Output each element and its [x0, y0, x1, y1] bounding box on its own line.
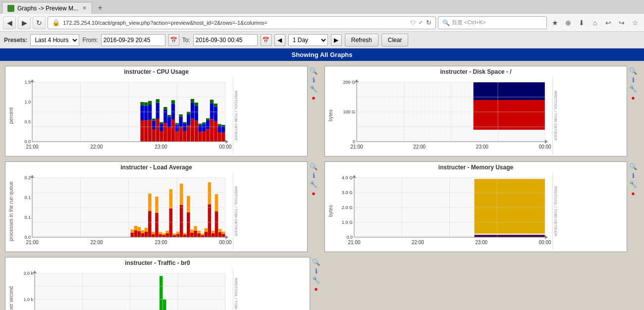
- traffic-graph-section: instructer - Traffic - br0 bits per seco…: [0, 257, 644, 310]
- lock-icon: 🔒: [52, 19, 60, 26]
- cpu-graph-box: instructer - CPU Usage percent RRDTOOL /…: [5, 66, 308, 156]
- disk-side-label: RRDTOOL / TOBI OETIKER: [552, 77, 558, 154]
- showing-bar: Showing All Graphs: [0, 49, 644, 61]
- traffic-wrench-icon[interactable]: 🔧: [312, 276, 320, 284]
- nav-actions: ★ ⊕ ⬇ ⌂ ↩ ↪ ☆: [549, 17, 641, 29]
- load-side-label: RRDTOOL / TOBI OETIKER: [233, 173, 239, 250]
- traffic-info-icon[interactable]: ℹ: [312, 267, 320, 275]
- memory-graph-box: instructer - Memory Usage bytes RRDTOOL …: [324, 161, 627, 252]
- load-graph-wrapper: processes in the run queue RRDTOOL / TOB…: [7, 173, 305, 250]
- next-timespan-button[interactable]: ▶: [331, 34, 342, 46]
- back2-icon[interactable]: ↩: [602, 17, 614, 29]
- traffic-graph-icons: 🔍 ℹ 🔧 ●: [310, 257, 322, 310]
- load-graph-container: instructer - Load Average processes in t…: [5, 161, 320, 252]
- traffic-graph-container: instructer - Traffic - br0 bits per seco…: [5, 257, 322, 310]
- from-date-input[interactable]: [101, 34, 165, 46]
- tab-favicon: [7, 5, 14, 12]
- cpu-side-label: RRDTOOL / TOBI OETIKER: [233, 77, 239, 154]
- load-ylabel: processes in the run queue: [7, 173, 15, 250]
- url-text: 172.25.254.10/cacti/graph_view.php?actio…: [63, 20, 407, 26]
- tab-close-icon[interactable]: ✕: [82, 5, 87, 11]
- presets-label: Presets:: [4, 37, 27, 44]
- load-info-icon[interactable]: ℹ: [310, 171, 318, 179]
- forward2-icon[interactable]: ↪: [616, 17, 628, 29]
- clear-button[interactable]: Clear: [381, 34, 409, 47]
- cpu-graph-wrapper: percent RRDTOOL / TOBI OETIKER: [7, 77, 305, 154]
- traffic-graph-box: instructer - Traffic - br0 bits per seco…: [5, 257, 310, 310]
- traffic-graph-wrapper: bits per second RRDTOOL / TOBI OETIKER: [7, 268, 308, 310]
- back-button[interactable]: ◀: [3, 16, 16, 29]
- load-graph-title: instructer - Load Average: [7, 164, 305, 171]
- memory-graph-title: instructer - Memory Usage: [327, 164, 625, 171]
- verify-icon: ✓: [419, 19, 423, 26]
- cpu-zoom-icon[interactable]: 🔍: [310, 67, 318, 75]
- cpu-close-icon[interactable]: ●: [310, 94, 318, 102]
- cpu-wrench-icon[interactable]: 🔧: [310, 85, 318, 93]
- cpu-ylabel: percent: [7, 77, 15, 154]
- tab-bar: Graphs -> Preview M... ✕ +: [0, 0, 644, 14]
- disk-graph-wrapper: bytes RRDTOOL / TOBI OETIKER: [327, 77, 625, 154]
- memory-canvas: [334, 173, 552, 250]
- disk-graph-title: instructer - Disk Space - /: [327, 68, 625, 75]
- to-label: To:: [182, 37, 190, 44]
- memory-wrench-icon[interactable]: 🔧: [629, 180, 637, 188]
- nav-bar: ◀ ▶ ↻ 🔒 172.25.254.10/cacti/graph_view.p…: [0, 14, 644, 32]
- disk-graph-box: instructer - Disk Space - / bytes RRDTOO…: [324, 66, 627, 156]
- graphs-grid: instructer - CPU Usage percent RRDTOOL /…: [0, 61, 644, 257]
- disk-ylabel: bytes: [327, 77, 334, 154]
- memory-close-icon[interactable]: ●: [629, 189, 637, 197]
- traffic-close-icon[interactable]: ●: [312, 285, 320, 293]
- memory-zoom-icon[interactable]: 🔍: [629, 162, 637, 170]
- search-placeholder: 百度 <Ctrl+K>: [452, 19, 486, 26]
- load-graph-icons: 🔍 ℹ 🔧 ●: [308, 161, 320, 252]
- preset-dropdown[interactable]: Last 4 Hours Last Hour Last Day Last Wee…: [30, 34, 79, 46]
- new-tab-button[interactable]: +: [94, 2, 106, 14]
- disk-close-icon[interactable]: ●: [629, 94, 637, 102]
- download-icon[interactable]: ⬇: [576, 17, 588, 29]
- reload-button[interactable]: ↻: [33, 16, 46, 29]
- url-bar[interactable]: 🔒 172.25.254.10/cacti/graph_view.php?act…: [48, 16, 436, 29]
- from-calendar-button[interactable]: 📅: [168, 34, 179, 46]
- disk-canvas: [334, 77, 552, 154]
- memory-graph-container: instructer - Memory Usage bytes RRDTOOL …: [324, 161, 639, 252]
- presets-bar: Presets: Last 4 Hours Last Hour Last Day…: [0, 32, 644, 49]
- main-content: Showing All Graphs instructer - CPU Usag…: [0, 49, 644, 310]
- prev-timespan-button[interactable]: ◀: [274, 34, 285, 46]
- load-canvas: [15, 173, 233, 250]
- cpu-info-icon[interactable]: ℹ: [310, 76, 318, 84]
- timespan-dropdown[interactable]: 1 Day 1 Hour 1 Week: [288, 34, 328, 46]
- bookmark-star-icon[interactable]: ★: [549, 17, 561, 29]
- disk-graph-icons: 🔍 ℹ 🔧 ●: [627, 66, 639, 156]
- memory-info-icon[interactable]: ℹ: [629, 171, 637, 179]
- cpu-graph-title: instructer - CPU Usage: [7, 68, 305, 75]
- search-bar[interactable]: 🔍 百度 <Ctrl+K>: [438, 16, 547, 29]
- active-tab[interactable]: Graphs -> Preview M... ✕: [2, 2, 92, 14]
- load-wrench-icon[interactable]: 🔧: [310, 180, 318, 188]
- disk-wrench-icon[interactable]: 🔧: [629, 85, 637, 93]
- to-date-input[interactable]: [193, 34, 258, 46]
- forward-button[interactable]: ▶: [18, 16, 31, 29]
- to-calendar-button[interactable]: 📅: [261, 34, 271, 46]
- star-icon[interactable]: ☆: [629, 17, 641, 29]
- browser-frame: Graphs -> Preview M... ✕ + ◀ ▶ ↻ 🔒 172.2…: [0, 0, 644, 49]
- memory-ylabel: bytes: [327, 173, 334, 250]
- load-graph-box: instructer - Load Average processes in t…: [5, 161, 308, 252]
- load-close-icon[interactable]: ●: [310, 189, 318, 197]
- load-zoom-icon[interactable]: 🔍: [310, 162, 318, 170]
- home-icon[interactable]: ⌂: [589, 17, 601, 29]
- shield-icon: 🛡: [410, 20, 416, 26]
- tab-title: Graphs -> Preview M...: [17, 5, 78, 12]
- cpu-graph-icons: 🔍 ℹ 🔧 ●: [308, 66, 320, 156]
- traffic-side-label: RRDTOOL / TOBI OETIKER: [233, 268, 239, 310]
- traffic-graph-title: instructer - Traffic - br0: [7, 259, 308, 266]
- disk-zoom-icon[interactable]: 🔍: [629, 67, 637, 75]
- traffic-zoom-icon[interactable]: 🔍: [312, 258, 320, 266]
- add-page-icon[interactable]: ⊕: [562, 17, 574, 29]
- search-icon: 🔍: [442, 19, 450, 26]
- traffic-canvas: [15, 268, 233, 310]
- disk-info-icon[interactable]: ℹ: [629, 76, 637, 84]
- showing-text: Showing All Graphs: [291, 51, 352, 58]
- reload-icon[interactable]: ↻: [426, 19, 431, 26]
- disk-graph-container: instructer - Disk Space - / bytes RRDTOO…: [324, 66, 639, 156]
- refresh-button[interactable]: Refresh: [345, 34, 378, 47]
